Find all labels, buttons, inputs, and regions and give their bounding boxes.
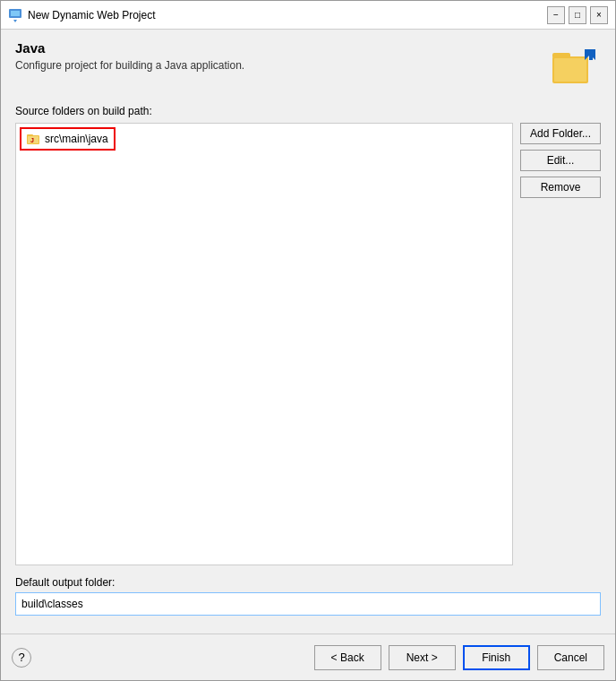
- header-text: Java Configure project for building a Ja…: [15, 40, 551, 72]
- side-buttons: Add Folder... Edit... Remove: [520, 123, 601, 565]
- main-panel: J src\main\java Add Folder... Edit... Re…: [15, 123, 601, 565]
- java-wizard-icon: [551, 40, 601, 91]
- window-icon: [8, 8, 22, 22]
- svg-rect-4: [552, 53, 570, 58]
- svg-rect-5: [554, 58, 586, 82]
- finish-button[interactable]: Finish: [463, 645, 530, 670]
- minimize-button[interactable]: −: [547, 6, 565, 24]
- header-subtitle: Configure project for building a Java ap…: [15, 59, 551, 72]
- title-bar-text: New Dynamic Web Project: [28, 9, 547, 22]
- cancel-button[interactable]: Cancel: [537, 645, 604, 670]
- add-folder-button[interactable]: Add Folder...: [520, 123, 601, 144]
- title-bar-controls: − □ ×: [547, 6, 608, 24]
- header-title: Java: [15, 40, 551, 56]
- remove-button[interactable]: Remove: [520, 177, 601, 198]
- content-area: Java Configure project for building a Ja…: [1, 30, 615, 634]
- help-button[interactable]: ?: [12, 648, 31, 668]
- header-section: Java Configure project for building a Ja…: [15, 40, 601, 91]
- output-section: Default output folder:: [15, 576, 601, 616]
- maximize-button[interactable]: □: [569, 6, 586, 24]
- dialog-window: New Dynamic Web Project − □ × Java Confi…: [0, 0, 616, 681]
- svg-marker-2: [13, 20, 17, 22]
- java-source-folder-icon: J: [27, 132, 41, 146]
- svg-rect-1: [11, 11, 20, 16]
- output-folder-label: Default output folder:: [15, 576, 601, 589]
- svg-text:J: J: [30, 137, 34, 143]
- source-folders-list[interactable]: J src\main\java: [15, 123, 513, 565]
- footer-buttons: < Back Next > Finish Cancel: [314, 645, 604, 670]
- source-section-label: Source folders on build path:: [15, 105, 601, 117]
- footer: ? < Back Next > Finish Cancel: [1, 634, 615, 680]
- output-folder-input[interactable]: [15, 592, 601, 616]
- edit-button[interactable]: Edit...: [520, 150, 601, 171]
- next-button[interactable]: Next >: [389, 645, 456, 670]
- close-button[interactable]: ×: [590, 6, 608, 24]
- title-bar: New Dynamic Web Project − □ ×: [1, 1, 615, 30]
- back-button[interactable]: < Back: [314, 645, 381, 670]
- source-folder-text: src\main\java: [45, 133, 108, 145]
- svg-rect-7: [589, 49, 593, 60]
- list-item[interactable]: J src\main\java: [20, 127, 116, 151]
